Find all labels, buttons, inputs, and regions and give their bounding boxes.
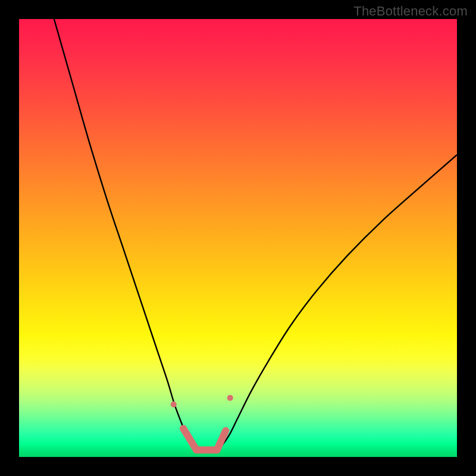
chart-frame: TheBottleneck.com (0, 0, 476, 476)
marker-dot-0 (171, 402, 177, 408)
marker-dot-1 (227, 395, 233, 401)
bottleneck-curve-right-curve (216, 155, 457, 452)
curve-layer (19, 19, 457, 457)
marker-bar-2 (183, 428, 196, 450)
watermark-text: TheBottleneck.com (353, 4, 468, 19)
plot-area (19, 19, 457, 457)
bottleneck-curve-left-curve (54, 19, 199, 452)
marker-bar-4 (217, 431, 226, 450)
